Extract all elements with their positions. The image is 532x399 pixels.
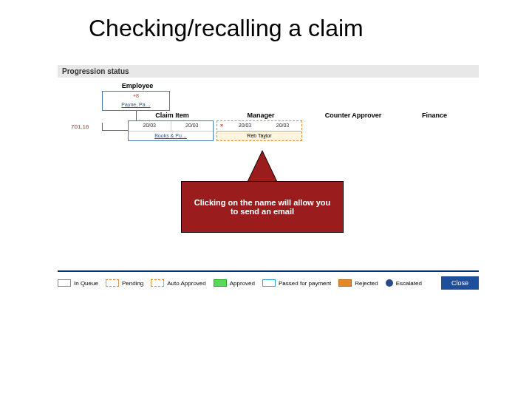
legend-item-passed: Passed for payment xyxy=(262,279,331,287)
legend-label: Rejected xyxy=(355,280,378,287)
callout-box: Clicking on the name will allow you to s… xyxy=(181,181,344,233)
employee-badge: +8 xyxy=(103,92,169,100)
manager-col-label: Manager xyxy=(216,112,305,119)
manager-column: Manager × 20/03 20/03 Reb Taylor xyxy=(216,112,305,141)
swatch-icon xyxy=(338,279,352,287)
employee-name-link[interactable]: Payne, Pa… xyxy=(103,100,169,110)
legend-label: Approved xyxy=(230,280,255,287)
slide-title: Checking/recalling a claim xyxy=(89,15,364,42)
swatch-icon xyxy=(262,279,276,287)
claim-item-dates: 20/03 20/03 xyxy=(129,121,213,131)
close-icon[interactable]: × xyxy=(217,121,226,131)
callout-text: Clicking on the name will allow you to s… xyxy=(189,198,335,216)
employee-column: Employee +8 Payne, Pa… xyxy=(102,82,173,111)
legend-item-approved: Approved xyxy=(214,279,255,287)
legend-item-in-queue: In Queue xyxy=(58,279,98,287)
connector-line xyxy=(102,130,128,131)
swatch-icon xyxy=(151,279,164,287)
employee-col-label: Employee xyxy=(102,82,173,89)
employee-box[interactable]: +8 Payne, Pa… xyxy=(102,91,170,111)
manager-date-right: 20/03 xyxy=(264,121,301,131)
manager-name-link[interactable]: Reb Taylor xyxy=(217,131,301,140)
legend-label: Pending xyxy=(122,280,143,287)
dot-icon xyxy=(386,279,393,287)
legend-item-escalated: Escalated xyxy=(386,279,422,287)
legend-item-rejected: Rejected xyxy=(338,279,378,287)
manager-box[interactable]: × 20/03 20/03 Reb Taylor xyxy=(216,120,302,141)
counter-approver-col-label: Counter Approver xyxy=(309,112,398,119)
connector-line xyxy=(102,123,103,130)
legend-label: Passed for payment xyxy=(279,280,331,287)
row-number: 701.16 xyxy=(71,123,89,130)
swatch-icon xyxy=(58,279,71,287)
claim-item-column: Claim Item 20/03 20/03 Books & Pu… xyxy=(128,112,216,141)
section-header: Progression status xyxy=(58,65,479,78)
close-button[interactable]: Close xyxy=(441,276,479,290)
claim-item-date-right: 20/03 xyxy=(171,121,214,131)
legend-bar: In Queue Pending Auto Approved Approved … xyxy=(58,270,479,290)
claim-item-date-left: 20/03 xyxy=(129,121,171,131)
legend-label: In Queue xyxy=(74,280,98,287)
manager-date-left: 20/03 xyxy=(226,121,264,131)
claim-item-name-link[interactable]: Books & Pu… xyxy=(129,131,213,140)
legend-label: Escalated xyxy=(396,280,422,287)
legend-item-auto-approved: Auto Approved xyxy=(151,279,205,287)
swatch-icon xyxy=(106,279,119,287)
manager-dates: × 20/03 20/03 xyxy=(217,121,301,131)
legend-label: Auto Approved xyxy=(167,280,205,287)
swatch-icon xyxy=(214,279,227,287)
legend-item-pending: Pending xyxy=(106,279,143,287)
finance-col-label: Finance xyxy=(398,112,471,119)
claim-item-col-label: Claim Item xyxy=(128,112,216,119)
claim-item-box[interactable]: 20/03 20/03 Books & Pu… xyxy=(128,120,214,141)
callout-pointer xyxy=(248,151,277,183)
